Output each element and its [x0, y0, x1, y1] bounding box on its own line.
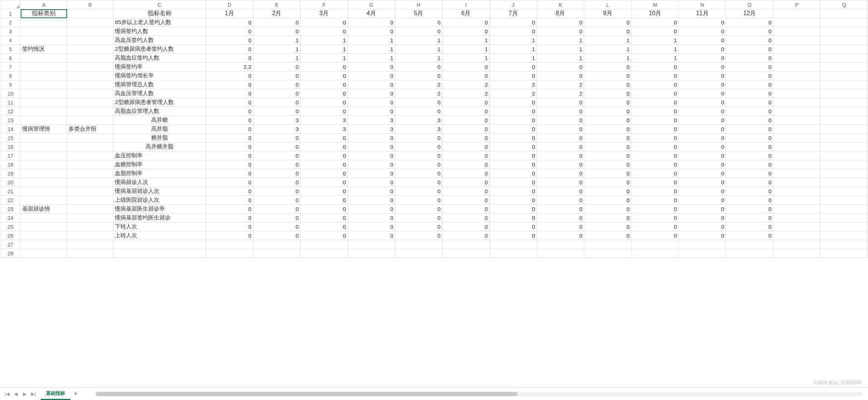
cell-C8[interactable]: 慢病签约增长率 [113, 71, 206, 80]
cell-E23[interactable]: 0 [253, 205, 300, 214]
cell-P28[interactable] [773, 249, 821, 258]
cell-P20[interactable] [773, 178, 821, 187]
cell-M3[interactable]: 0 [631, 27, 679, 36]
cell-H8[interactable]: 0 [395, 71, 442, 80]
cell-Q13[interactable] [821, 116, 868, 125]
cell-L23[interactable]: 0 [584, 205, 632, 214]
cell-E22[interactable]: 0 [253, 196, 300, 205]
cell-C23[interactable]: 慢病基层医生就诊率 [113, 205, 206, 214]
row-header-21[interactable]: 21 [0, 187, 21, 196]
cell-H7[interactable]: 0 [395, 63, 442, 71]
cell-K15[interactable]: 0 [537, 134, 584, 142]
column-header-Q[interactable]: Q [821, 0, 868, 9]
cell-J27[interactable] [489, 240, 537, 249]
cell-B6[interactable] [67, 54, 113, 63]
cell-P17[interactable] [773, 151, 821, 160]
cell-F14[interactable]: 3 [300, 125, 348, 134]
cell-N25[interactable]: 0 [679, 222, 726, 231]
cell-G24[interactable]: 0 [347, 214, 395, 222]
cell-G23[interactable]: 0 [347, 205, 395, 214]
row-header-3[interactable]: 3 [0, 27, 21, 36]
column-header-A[interactable]: A [21, 0, 67, 9]
cell-G12[interactable]: 0 [347, 107, 395, 116]
cell-H17[interactable]: 0 [395, 151, 442, 160]
cell-E16[interactable]: 0 [253, 142, 300, 151]
cell-C19[interactable]: 血脂控制率 [113, 169, 206, 178]
cell-L24[interactable]: 0 [584, 214, 632, 222]
cell-Q21[interactable] [821, 187, 868, 196]
cell-I25[interactable]: 0 [442, 222, 490, 231]
cell-E4[interactable]: 1 [253, 36, 300, 45]
column-header-D[interactable]: D [206, 0, 253, 9]
cell-Q14[interactable] [821, 125, 868, 134]
cell-Q12[interactable] [821, 107, 868, 116]
row-header-23[interactable]: 23 [0, 205, 21, 214]
cell-D16[interactable]: 0 [206, 142, 253, 151]
cell-D6[interactable]: 0 [206, 54, 253, 63]
cell-B8[interactable] [67, 71, 113, 80]
cell-I3[interactable]: 0 [442, 27, 490, 36]
cell-O2[interactable]: 0 [726, 18, 773, 27]
cell-F12[interactable]: 0 [300, 107, 348, 116]
cell-J18[interactable]: 0 [489, 160, 537, 169]
cell-C2[interactable]: 65岁以上老人签约人数 [113, 18, 206, 27]
cell-E6[interactable]: 1 [253, 54, 300, 63]
cell-M28[interactable] [631, 249, 679, 258]
cell-P12[interactable] [773, 107, 821, 116]
cell-I22[interactable]: 0 [442, 196, 490, 205]
cell-M26[interactable]: 0 [631, 231, 679, 240]
row-header-9[interactable]: 9 [0, 80, 21, 89]
cell-D11[interactable]: 0 [206, 98, 253, 107]
cell-E7[interactable]: 0 [253, 63, 300, 71]
cell-O4[interactable]: 0 [726, 36, 773, 45]
cell-O19[interactable]: 0 [726, 169, 773, 178]
cell-A21[interactable] [21, 187, 67, 196]
cell-K6[interactable]: 1 [537, 54, 584, 63]
cell-O22[interactable]: 0 [726, 196, 773, 205]
cell-Q27[interactable] [821, 240, 868, 249]
row-header-1[interactable]: 1 [0, 9, 21, 18]
cell-Q22[interactable] [821, 196, 868, 205]
cell-D2[interactable]: 0 [206, 18, 253, 27]
cell-I4[interactable]: 1 [442, 36, 490, 45]
cell-K16[interactable]: 0 [537, 142, 584, 151]
row-header-8[interactable]: 8 [0, 71, 21, 80]
cell-G13[interactable]: 3 [347, 116, 395, 125]
cell-F21[interactable]: 0 [300, 187, 348, 196]
cell-E20[interactable]: 0 [253, 178, 300, 187]
cell-B10[interactable] [67, 89, 113, 98]
column-header-J[interactable]: J [489, 0, 537, 9]
cell-F18[interactable]: 0 [300, 160, 348, 169]
cell-E9[interactable]: 0 [253, 80, 300, 89]
cell-I27[interactable] [442, 240, 490, 249]
cell-D1[interactable]: 1月 [206, 9, 253, 18]
cell-F17[interactable]: 0 [300, 151, 348, 160]
cell-G27[interactable] [347, 240, 395, 249]
cell-B28[interactable] [67, 249, 113, 258]
row-header-19[interactable]: 19 [0, 169, 21, 178]
cell-C6[interactable]: 高脂血症签约人数 [113, 54, 206, 63]
cell-L2[interactable]: 0 [584, 18, 632, 27]
cell-N12[interactable]: 0 [679, 107, 726, 116]
cell-F15[interactable]: 0 [300, 134, 348, 142]
cell-P7[interactable] [773, 63, 821, 71]
cell-Q8[interactable] [821, 71, 868, 80]
cell-G28[interactable] [347, 249, 395, 258]
cell-I12[interactable]: 0 [442, 107, 490, 116]
cell-I11[interactable]: 0 [442, 98, 490, 107]
cell-F10[interactable]: 0 [300, 89, 348, 98]
cell-A3[interactable] [21, 27, 67, 36]
cell-J23[interactable]: 0 [489, 205, 537, 214]
cell-K14[interactable]: 0 [537, 125, 584, 134]
cell-O24[interactable]: 0 [726, 214, 773, 222]
cell-G11[interactable]: 0 [347, 98, 395, 107]
cell-O15[interactable]: 0 [726, 134, 773, 142]
cell-P8[interactable] [773, 71, 821, 80]
cell-F9[interactable]: 0 [300, 80, 348, 89]
cell-H25[interactable]: 0 [395, 222, 442, 231]
cell-I23[interactable]: 0 [442, 205, 490, 214]
cell-M25[interactable]: 0 [631, 222, 679, 231]
cell-M17[interactable]: 0 [631, 151, 679, 160]
nav-last-icon[interactable]: ▶| [30, 391, 37, 397]
cell-M10[interactable]: 0 [631, 89, 679, 98]
